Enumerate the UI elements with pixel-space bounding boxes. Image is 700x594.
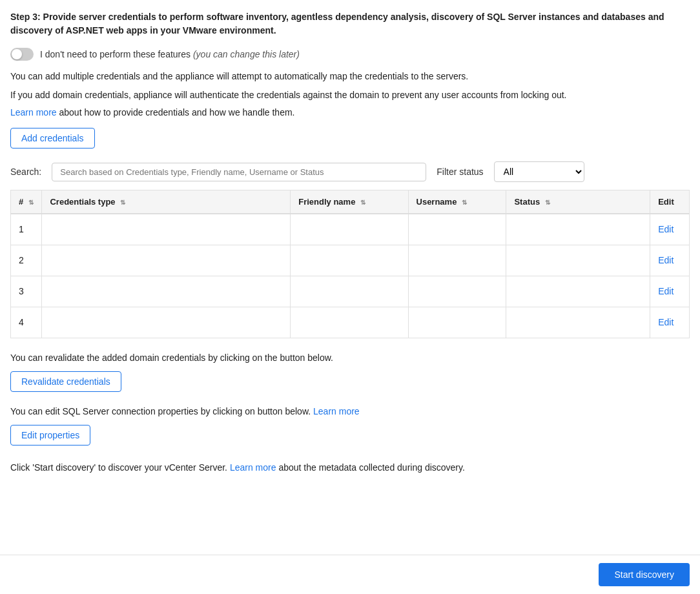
info-text-2: If you add domain credentials, appliance… (10, 88, 690, 102)
col-header-friendly-name-label: Friendly name (298, 197, 355, 207)
cell-status-4 (506, 307, 650, 338)
edit-link-4[interactable]: Edit (658, 317, 674, 327)
revalidate-text: You can revalidate the added domain cred… (10, 351, 690, 365)
cell-friendly-2 (291, 245, 408, 276)
toggle-label-italic: (you can change this later) (193, 49, 300, 59)
col-header-username[interactable]: Username ⇅ (408, 190, 506, 214)
cell-num-1: 1 (11, 214, 42, 245)
toggle-label-text: I don't need to perform these features (40, 49, 190, 59)
sort-icon-username: ⇅ (462, 199, 467, 206)
cell-cred-type-3 (42, 276, 291, 307)
filter-status-label: Filter status (437, 167, 483, 177)
learn-more-link-1[interactable]: Learn more (10, 107, 57, 118)
col-header-edit: Edit (650, 190, 690, 214)
cell-status-1 (506, 214, 650, 245)
cell-edit-1: Edit (650, 214, 690, 245)
edit-link-1[interactable]: Edit (658, 224, 674, 234)
cell-status-3 (506, 276, 650, 307)
cell-username-1 (408, 214, 506, 245)
table-body: 1 Edit 2 Edit 3 Edit 4 Edit (11, 214, 690, 338)
toggle-switch[interactable] (10, 48, 34, 61)
sort-icon-friendly: ⇅ (360, 199, 365, 206)
edit-link-2[interactable]: Edit (658, 255, 674, 265)
sort-icon-cred-type: ⇅ (120, 199, 125, 206)
edit-properties-learn-more-link[interactable]: Learn more (313, 406, 360, 416)
table-row: 2 Edit (11, 245, 690, 276)
col-header-username-label: Username (417, 197, 457, 207)
info-text-1: You can add multiple credentials and the… (10, 70, 690, 83)
filter-status-select[interactable]: All Active Inactive (494, 161, 584, 182)
edit-properties-section: You can edit SQL Server connection prope… (10, 405, 690, 446)
credentials-table: # ⇅ Credentials type ⇅ Friendly name ⇅ U… (10, 190, 690, 338)
sort-icon-num: ⇅ (28, 199, 34, 206)
sort-icon-status: ⇅ (545, 199, 550, 206)
cell-edit-2: Edit (650, 245, 690, 276)
toggle-row: I don't need to perform these features (… (10, 48, 690, 61)
col-header-edit-label: Edit (658, 197, 674, 207)
cell-friendly-4 (291, 307, 408, 338)
table-row: 4 Edit (11, 307, 690, 338)
table-row: 1 Edit (11, 214, 690, 245)
learn-more-row: Learn more about how to provide credenti… (10, 107, 690, 118)
table-row: 3 Edit (11, 276, 690, 307)
revalidate-section: You can revalidate the added domain cred… (10, 351, 690, 392)
col-header-num-label: # (19, 197, 23, 207)
col-header-status[interactable]: Status ⇅ (506, 190, 650, 214)
cell-friendly-1 (291, 214, 408, 245)
cell-status-2 (506, 245, 650, 276)
step-title: Step 3: Provide server credentials to pe… (10, 10, 690, 37)
edit-properties-button[interactable]: Edit properties (10, 425, 90, 446)
edit-properties-text: You can edit SQL Server connection prope… (10, 405, 690, 418)
col-header-credentials-type-label: Credentials type (50, 197, 115, 207)
cell-num-2: 2 (11, 245, 42, 276)
cell-username-3 (408, 276, 506, 307)
cell-num-3: 3 (11, 276, 42, 307)
search-filter-row: Search: Filter status All Active Inactiv… (10, 161, 690, 182)
search-label: Search: (10, 167, 41, 177)
cell-num-4: 4 (11, 307, 42, 338)
discovery-text-suffix: about the metadata collected during disc… (278, 462, 464, 473)
table-header: # ⇅ Credentials type ⇅ Friendly name ⇅ U… (11, 190, 690, 214)
add-credentials-button[interactable]: Add credentials (10, 128, 95, 148)
footer-bar: Start discovery (0, 555, 700, 594)
discovery-text-prefix: Click 'Start discovery' to discover your… (10, 462, 227, 473)
cell-friendly-3 (291, 276, 408, 307)
cell-edit-4: Edit (650, 307, 690, 338)
cell-cred-type-1 (42, 214, 291, 245)
cell-cred-type-2 (42, 245, 291, 276)
col-header-num[interactable]: # ⇅ (11, 190, 42, 214)
cell-username-4 (408, 307, 506, 338)
revalidate-credentials-button[interactable]: Revalidate credentials (10, 371, 121, 392)
cell-cred-type-4 (42, 307, 291, 338)
cell-edit-3: Edit (650, 276, 690, 307)
col-header-credentials-type[interactable]: Credentials type ⇅ (42, 190, 291, 214)
discovery-learn-more-link[interactable]: Learn more (230, 462, 276, 473)
learn-more-middle-text: about how to provide credentials and how… (57, 107, 295, 118)
edit-link-3[interactable]: Edit (658, 286, 674, 296)
discovery-text: Click 'Start discovery' to discover your… (10, 461, 690, 475)
cell-username-2 (408, 245, 506, 276)
start-discovery-button[interactable]: Start discovery (599, 563, 690, 586)
edit-properties-text-prefix: You can edit SQL Server connection prope… (10, 406, 311, 416)
toggle-label: I don't need to perform these features (… (40, 49, 300, 59)
col-header-status-label: Status (514, 197, 540, 207)
search-input[interactable] (52, 163, 426, 181)
col-header-friendly-name[interactable]: Friendly name ⇅ (291, 190, 408, 214)
